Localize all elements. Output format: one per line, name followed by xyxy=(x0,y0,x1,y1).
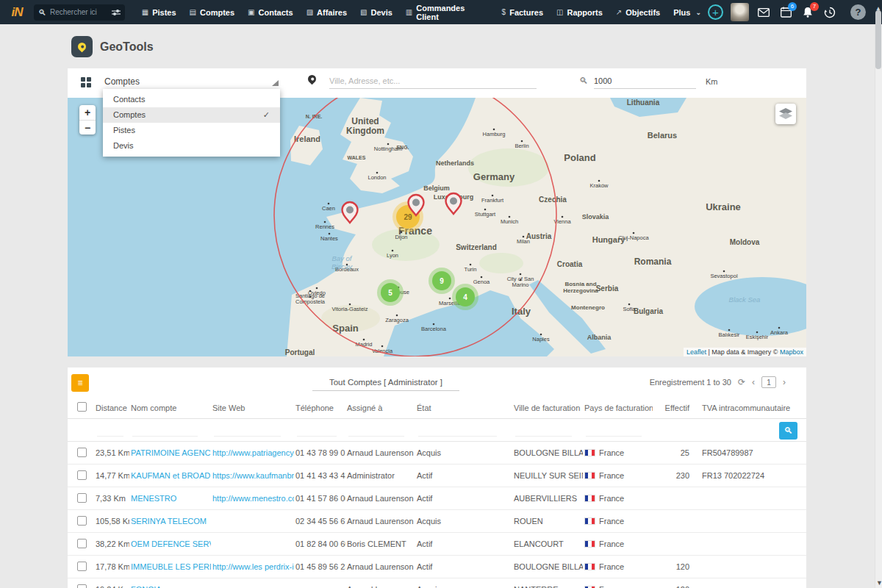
table-row: 23,51 KmPATRIMOINE AGENCYhttp://www.patr… xyxy=(68,442,806,465)
filter-cell-4[interactable] xyxy=(294,423,345,437)
row-checkbox[interactable] xyxy=(68,539,94,550)
quick-add-button[interactable]: + xyxy=(708,4,723,20)
prev-page-icon[interactable]: ‹ xyxy=(752,377,755,387)
filter-cell-5[interactable] xyxy=(345,423,415,437)
row-checkbox[interactable] xyxy=(68,493,94,504)
column-header-9[interactable]: Effectif xyxy=(653,404,697,412)
row-checkbox[interactable] xyxy=(68,470,94,481)
scrollbar-thumb[interactable] xyxy=(875,10,881,69)
marker-cluster[interactable]: 5 xyxy=(377,279,404,306)
cell-assignee: Arnaud Laurenson xyxy=(345,517,415,526)
cell-city: AUBERVILLIERS xyxy=(512,494,583,503)
search-filter-icon[interactable] xyxy=(112,9,121,16)
zoom-out-button[interactable]: − xyxy=(79,120,96,135)
cell-phone: 01 43 78 99 01 xyxy=(294,448,345,457)
address-input[interactable] xyxy=(329,73,537,89)
entity-option-devis[interactable]: Devis xyxy=(103,138,280,154)
column-header-7[interactable]: Ville de facturation xyxy=(512,404,583,412)
map-zoom-control: + − xyxy=(79,105,96,135)
nav-item-devis[interactable]: ▧Devis xyxy=(354,0,399,24)
entity-option-contacts[interactable]: Contacts xyxy=(103,92,280,107)
row-checkbox[interactable] xyxy=(68,516,94,527)
account-link[interactable]: IMMEUBLE LES PERDRIX xyxy=(131,562,211,571)
scrollbar-down-arrow[interactable]: ▼ xyxy=(876,579,882,587)
account-link[interactable]: FONCIA xyxy=(131,585,162,588)
website-link[interactable]: http://www.menestro.com xyxy=(212,494,294,503)
nav-item-affaires[interactable]: ▨Affaires xyxy=(300,0,354,24)
history-button[interactable] xyxy=(822,5,837,20)
page-number-box[interactable]: 1 xyxy=(761,376,776,388)
entity-option-comptes[interactable]: Comptes✓ xyxy=(103,107,280,123)
row-checkbox[interactable] xyxy=(68,448,94,459)
global-search[interactable]: 🔍︎ xyxy=(34,4,125,21)
cell-country: France xyxy=(583,585,653,588)
nav-item-factures[interactable]: $Factures xyxy=(495,0,550,24)
nav-item-rapports[interactable]: ◫Rapports xyxy=(550,0,609,24)
svg-text:Czechia: Czechia xyxy=(539,196,567,204)
notifications-button[interactable]: 7 xyxy=(800,5,815,20)
navbar-right: + 6 7 xyxy=(708,3,882,21)
cell-phone: 02 34 45 56 67 xyxy=(294,517,345,526)
account-link[interactable]: OEM DEFENCE SERVICES SAS xyxy=(131,539,211,548)
website-link[interactable]: http://www.les perdrix-imm.com xyxy=(212,562,294,571)
help-button[interactable]: ? xyxy=(850,4,866,20)
table-menu-button[interactable]: ≡ xyxy=(71,374,89,392)
filter-cell-6[interactable] xyxy=(415,423,512,437)
column-header-6[interactable]: État xyxy=(415,404,512,412)
column-header-1[interactable]: Distance xyxy=(94,404,129,412)
marker-cluster[interactable]: 4 xyxy=(452,284,478,310)
filter-cell-3[interactable] xyxy=(211,423,294,437)
mail-button[interactable] xyxy=(756,5,771,20)
row-checkbox[interactable] xyxy=(68,584,94,588)
column-header-5[interactable]: Assigné à xyxy=(345,404,415,412)
mapbox-link[interactable]: Mapbox xyxy=(780,348,803,356)
website-link[interactable]: http://www.patriagency.com xyxy=(212,448,294,457)
leaflet-link[interactable]: Leaflet xyxy=(686,348,706,356)
cell-assignee: Boris CLEMENT xyxy=(345,539,415,548)
filter-cell-8[interactable] xyxy=(583,423,653,437)
column-header-2[interactable]: Nom compte xyxy=(129,404,211,412)
filter-cell-7[interactable] xyxy=(512,423,583,437)
account-link[interactable]: KAUFMAN et BROAD xyxy=(131,471,210,480)
view-select[interactable]: Tout Comptes [ Administrator ] xyxy=(312,375,459,391)
account-link[interactable]: MENESTRO xyxy=(131,494,176,503)
column-header-8[interactable]: Pays de facturation xyxy=(583,404,653,412)
svg-text:Zaragoza: Zaragoza xyxy=(385,317,409,323)
nav-item-objectifs[interactable]: ↗Objectifs xyxy=(609,0,667,24)
account-link[interactable]: PATRIMOINE AGENCY xyxy=(131,448,211,457)
table-search-button[interactable]: 🔍︎ xyxy=(779,422,797,440)
nav-item-plus[interactable]: Plus⌄ xyxy=(667,0,708,24)
column-header-4[interactable]: Téléphone xyxy=(294,404,345,412)
svg-text:Romania: Romania xyxy=(634,257,672,267)
zoom-in-button[interactable]: + xyxy=(79,105,96,120)
cell-assignee: Administrator xyxy=(345,471,415,480)
page-scrollbar[interactable]: ▲ ▼ xyxy=(875,0,882,588)
nav-item-pistes[interactable]: ▦Pistes xyxy=(135,0,183,24)
filter-cell-2[interactable] xyxy=(129,423,211,437)
global-search-input[interactable] xyxy=(50,8,106,16)
entity-dropdown-menu: ContactsComptes✓PistesDevis xyxy=(103,89,280,157)
map-layers-button[interactable] xyxy=(775,104,796,124)
marker-cluster[interactable]: 9 xyxy=(429,268,455,294)
account-link[interactable]: SERINYA TELECOM xyxy=(131,517,207,526)
calendar-button[interactable]: 6 xyxy=(778,5,793,20)
app-logo[interactable]: iN xyxy=(0,5,34,20)
row-checkbox[interactable] xyxy=(68,562,94,573)
entity-option-pistes[interactable]: Pistes xyxy=(103,123,280,138)
entity-type-select[interactable]: Comptes xyxy=(103,73,280,90)
search-icon: 🔍︎ xyxy=(38,8,46,17)
next-page-icon[interactable]: › xyxy=(783,377,786,387)
select-all-checkbox[interactable] xyxy=(68,402,94,413)
column-header-10[interactable]: TVA intracommunautaire xyxy=(697,404,800,412)
refresh-icon[interactable]: ⟳ xyxy=(738,377,745,387)
svg-text:Turin: Turin xyxy=(465,266,477,273)
website-link[interactable]: https://www.kaufmanbroad.fr/ xyxy=(212,471,294,480)
nav-item-commandes-client[interactable]: ▥Commandes Client xyxy=(399,0,495,24)
nav-item-contacts[interactable]: ▣Contacts xyxy=(241,0,300,24)
filter-cell-1[interactable] xyxy=(94,423,129,437)
user-avatar[interactable] xyxy=(731,3,749,21)
radius-input[interactable] xyxy=(594,73,696,89)
nav-item-comptes[interactable]: ▤Comptes xyxy=(183,0,242,24)
column-header-3[interactable]: Site Web xyxy=(211,404,294,412)
svg-text:Compostela: Compostela xyxy=(295,298,326,305)
